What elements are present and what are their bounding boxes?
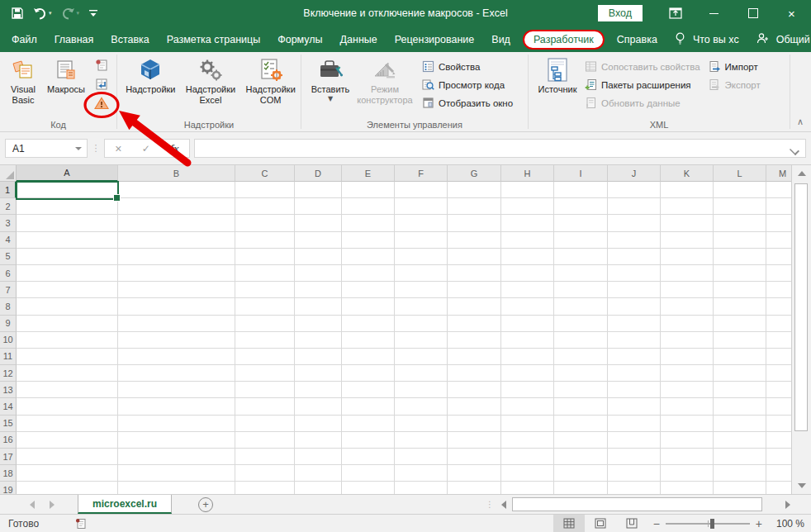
ribbon-display-options-icon[interactable] xyxy=(656,0,695,26)
enter-icon[interactable]: ✓ xyxy=(142,143,150,154)
cell-G4[interactable] xyxy=(448,232,501,249)
cancel-icon[interactable]: × xyxy=(115,142,121,155)
cell-F4[interactable] xyxy=(395,232,448,249)
macro-record-icon[interactable] xyxy=(75,518,87,530)
cell-B10[interactable] xyxy=(118,332,235,349)
cell-C3[interactable] xyxy=(235,215,295,231)
macro-security-icon[interactable] xyxy=(93,95,110,111)
cell-A11[interactable] xyxy=(17,349,118,365)
cell-B3[interactable] xyxy=(118,215,235,231)
column-header-E[interactable]: E xyxy=(342,165,395,182)
cell-I1[interactable] xyxy=(554,182,608,198)
cell-F15[interactable] xyxy=(395,416,448,432)
cell-C13[interactable] xyxy=(235,382,295,398)
cell-D19[interactable] xyxy=(295,482,342,494)
page-layout-view-button[interactable] xyxy=(585,515,616,532)
cell-L7[interactable] xyxy=(714,282,766,298)
cell-B14[interactable] xyxy=(118,398,235,415)
cell-E19[interactable] xyxy=(342,482,395,494)
cell-E16[interactable] xyxy=(342,432,395,449)
cell-K3[interactable] xyxy=(661,215,714,231)
cell-A10[interactable] xyxy=(17,332,118,349)
previous-sheet-icon[interactable] xyxy=(30,501,35,509)
undo-dropdown-icon[interactable]: ▾ xyxy=(49,10,52,17)
cell-D6[interactable] xyxy=(295,265,342,282)
cell-M3[interactable] xyxy=(766,215,791,231)
cell-D3[interactable] xyxy=(295,215,342,231)
tab-help[interactable]: Справка xyxy=(617,34,657,45)
cell-L11[interactable] xyxy=(714,349,766,365)
column-header-A[interactable]: A xyxy=(17,165,118,182)
row-header-5[interactable]: 5 xyxy=(0,249,17,265)
row-header-13[interactable]: 13 xyxy=(0,382,17,398)
customize-qat-icon[interactable] xyxy=(88,8,98,18)
cell-H19[interactable] xyxy=(501,482,554,494)
cell-I17[interactable] xyxy=(554,449,608,465)
cell-L5[interactable] xyxy=(714,249,766,265)
cell-L12[interactable] xyxy=(714,365,766,382)
row-header-2[interactable]: 2 xyxy=(0,198,17,215)
sign-in-button[interactable]: Вход xyxy=(598,5,643,21)
source-button[interactable]: Источник xyxy=(534,54,581,95)
cell-H4[interactable] xyxy=(501,232,554,249)
visual-basic-button[interactable]: Visual Basic xyxy=(2,54,44,106)
cell-M8[interactable] xyxy=(766,298,791,315)
cell-D7[interactable] xyxy=(295,282,342,298)
cell-E10[interactable] xyxy=(342,332,395,349)
minimize-button[interactable] xyxy=(695,0,733,26)
cell-C19[interactable] xyxy=(235,482,295,494)
cell-K19[interactable] xyxy=(661,482,714,494)
cell-D13[interactable] xyxy=(295,382,342,398)
expansion-packs-button[interactable]: Пакеты расширения xyxy=(585,76,700,94)
cell-K15[interactable] xyxy=(661,416,714,432)
cell-F8[interactable] xyxy=(395,298,448,315)
cell-J3[interactable] xyxy=(608,215,661,231)
cell-A14[interactable] xyxy=(17,398,118,415)
cell-F14[interactable] xyxy=(395,398,448,415)
cell-E14[interactable] xyxy=(342,398,395,415)
cell-D15[interactable] xyxy=(295,416,342,432)
row-header-6[interactable]: 6 xyxy=(0,265,17,282)
cell-J18[interactable] xyxy=(608,465,661,482)
cell-C1[interactable] xyxy=(235,182,295,198)
cell-J19[interactable] xyxy=(608,482,661,494)
row-header-14[interactable]: 14 xyxy=(0,398,17,415)
cell-H16[interactable] xyxy=(501,432,554,449)
cell-L14[interactable] xyxy=(714,398,766,415)
cell-H1[interactable] xyxy=(501,182,554,198)
cell-J2[interactable] xyxy=(608,198,661,215)
cell-A2[interactable] xyxy=(17,198,118,215)
cell-D14[interactable] xyxy=(295,398,342,415)
cell-K8[interactable] xyxy=(661,298,714,315)
cell-B11[interactable] xyxy=(118,349,235,365)
cell-G6[interactable] xyxy=(448,265,501,282)
cell-A12[interactable] xyxy=(17,365,118,382)
cell-J15[interactable] xyxy=(608,416,661,432)
cell-F18[interactable] xyxy=(395,465,448,482)
cell-C12[interactable] xyxy=(235,365,295,382)
cell-D12[interactable] xyxy=(295,365,342,382)
cell-J13[interactable] xyxy=(608,382,661,398)
new-sheet-button[interactable]: + xyxy=(198,497,213,512)
cell-C6[interactable] xyxy=(235,265,295,282)
cell-F10[interactable] xyxy=(395,332,448,349)
cell-K12[interactable] xyxy=(661,365,714,382)
cell-G11[interactable] xyxy=(448,349,501,365)
cell-M16[interactable] xyxy=(766,432,791,449)
cell-E11[interactable] xyxy=(342,349,395,365)
row-header-9[interactable]: 9 xyxy=(0,316,17,332)
cell-J1[interactable] xyxy=(608,182,661,198)
cell-H6[interactable] xyxy=(501,265,554,282)
row-header-19[interactable]: 19 xyxy=(0,482,17,494)
cell-B13[interactable] xyxy=(118,382,235,398)
cell-D1[interactable] xyxy=(295,182,342,198)
column-header-C[interactable]: C xyxy=(235,165,295,182)
cell-L3[interactable] xyxy=(714,215,766,231)
cell-I9[interactable] xyxy=(554,316,608,332)
select-all-corner[interactable] xyxy=(0,165,17,182)
cell-A4[interactable] xyxy=(17,232,118,249)
cell-G13[interactable] xyxy=(448,382,501,398)
cell-L4[interactable] xyxy=(714,232,766,249)
cell-C7[interactable] xyxy=(235,282,295,298)
cell-F9[interactable] xyxy=(395,316,448,332)
